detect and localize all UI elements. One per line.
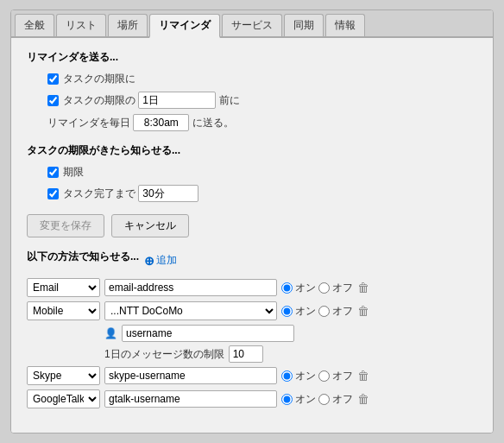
email-on-off-group: オン オフ 🗑 (281, 281, 371, 295)
reminder-deadline-checkbox-wrap[interactable]: タスクの期限に (47, 72, 135, 86)
skype-delete-button[interactable]: 🗑 (356, 369, 371, 383)
add-label: 追加 (156, 253, 177, 268)
email-notify-row: Email オン オフ 🗑 (27, 278, 477, 297)
skype-off-label: オフ (332, 369, 353, 383)
add-icon: ⊕ (144, 254, 154, 268)
overdue-deadline-row: 期限 (27, 165, 477, 180)
tab-all[interactable]: 全般 (15, 14, 54, 36)
reminder-days-row: タスクの期限の 前に (27, 92, 477, 109)
tab-place[interactable]: 場所 (108, 14, 148, 36)
googletalk-off-radio[interactable] (318, 394, 330, 405)
googletalk-on-label: オン (295, 392, 316, 407)
googletalk-input[interactable] (104, 390, 277, 408)
googletalk-on-radio[interactable] (281, 394, 293, 405)
email-on-label: オン (295, 281, 316, 295)
cancel-button[interactable]: キャンセル (111, 214, 189, 237)
skype-on-label: オン (295, 369, 316, 383)
mobile-off-label: オフ (332, 304, 353, 319)
tab-bar: 全般 リスト 場所 リマインダ サービス 同期 情報 (11, 10, 493, 38)
settings-window: 全般 リスト 場所 リマインダ サービス 同期 情報 リマインダを送る... タ… (10, 9, 494, 434)
overdue-minutes-checkbox[interactable] (47, 188, 59, 199)
googletalk-on-off-group: オン オフ 🗑 (281, 392, 371, 407)
reminder-days-prefix-label: タスクの期限の (63, 93, 135, 108)
skype-type-select[interactable]: Skype (27, 366, 100, 385)
skype-input[interactable] (104, 367, 277, 384)
email-off-label: オフ (332, 281, 353, 295)
mobile-limit-label: 1日のメッセージ数の制限 (104, 347, 224, 362)
reminder-days-input[interactable] (138, 92, 216, 109)
notify-methods-title: 以下の方法で知らせる... (27, 250, 139, 264)
tab-list[interactable]: リスト (56, 14, 106, 36)
mobile-on-off-group: オン オフ 🗑 (281, 304, 371, 319)
notify-overdue-section: タスクの期限がきたら知らせる... 期限 タスク完了まで (27, 143, 477, 202)
overdue-minutes-prefix-label: タスク完了まで (63, 187, 135, 201)
email-on-radio[interactable] (281, 282, 293, 294)
notify-methods-section: 以下の方法で知らせる... ⊕ 追加 Email オン オフ 🗑 (27, 250, 477, 408)
user-icon: 👤 (104, 327, 117, 339)
notify-overdue-title: タスクの期限がきたら知らせる... (27, 143, 477, 158)
save-button[interactable]: 変更を保存 (27, 214, 104, 237)
skype-on-off-group: オン オフ 🗑 (281, 369, 371, 383)
overdue-deadline-label: 期限 (63, 165, 84, 180)
googletalk-notify-row: GoogleTalk オン オフ 🗑 (27, 389, 477, 408)
overdue-minutes-checkbox-wrap[interactable]: タスク完了まで (47, 187, 135, 201)
email-delete-button[interactable]: 🗑 (356, 281, 371, 294)
reminder-time-input[interactable] (133, 114, 189, 131)
overdue-minutes-input[interactable] (138, 185, 198, 202)
reminder-days-suffix-label: 前に (219, 93, 240, 108)
tab-info[interactable]: 情報 (325, 14, 365, 36)
overdue-deadline-checkbox[interactable] (47, 167, 59, 178)
tab-reminder[interactable]: リマインダ (149, 14, 220, 38)
reminder-daily-prefix-label: リマインダを毎日 (47, 116, 130, 130)
overdue-minutes-row: タスク完了まで (27, 185, 477, 202)
main-content: リマインダを送る... タスクの期限に タスクの期限の 前に リマインダを毎日 (11, 38, 493, 433)
mobile-username-input[interactable] (122, 325, 294, 342)
mobile-limit-input[interactable] (229, 345, 263, 363)
skype-on-radio[interactable] (281, 370, 293, 382)
mobile-notify-block: Mobile ...NTT DoCoMo オン オフ 🗑 👤 (27, 301, 477, 363)
mobile-carrier-select[interactable]: ...NTT DoCoMo (104, 301, 277, 320)
tab-sync[interactable]: 同期 (284, 14, 324, 36)
reminder-deadline-checkbox[interactable] (47, 73, 59, 85)
email-type-select[interactable]: Email (27, 278, 100, 297)
reminder-deadline-row: タスクの期限に (27, 72, 477, 86)
reminder-time-row: リマインダを毎日 に送る。 (27, 114, 477, 131)
email-input[interactable] (104, 279, 277, 296)
googletalk-delete-button[interactable]: 🗑 (356, 392, 371, 406)
reminder-daily-suffix-label: に送る。 (192, 116, 234, 130)
mobile-type-select[interactable]: Mobile (27, 301, 100, 320)
reminder-deadline-label: タスクの期限に (63, 72, 135, 86)
mobile-username-row: 👤 (27, 325, 477, 342)
skype-notify-row: Skype オン オフ 🗑 (27, 366, 477, 385)
mobile-limit-row: 1日のメッセージ数の制限 (27, 345, 477, 363)
add-notify-link[interactable]: ⊕ 追加 (144, 253, 177, 268)
mobile-carrier-row: Mobile ...NTT DoCoMo オン オフ 🗑 (27, 301, 477, 320)
mobile-delete-button[interactable]: 🗑 (356, 304, 371, 318)
googletalk-off-label: オフ (332, 392, 353, 407)
button-row: 変更を保存 キャンセル (27, 214, 477, 237)
tab-service[interactable]: サービス (222, 14, 282, 36)
skype-off-radio[interactable] (318, 370, 330, 382)
mobile-on-label: オン (295, 304, 316, 319)
send-reminder-title: リマインダを送る... (27, 50, 477, 65)
reminder-days-checkbox-wrap[interactable]: タスクの期限の (47, 93, 135, 108)
notify-methods-header: 以下の方法で知らせる... ⊕ 追加 (27, 250, 477, 271)
overdue-deadline-checkbox-wrap[interactable]: 期限 (47, 165, 84, 180)
googletalk-type-select[interactable]: GoogleTalk (27, 389, 100, 408)
mobile-on-radio[interactable] (281, 306, 293, 317)
reminder-days-checkbox[interactable] (47, 95, 59, 106)
mobile-off-radio[interactable] (318, 306, 330, 317)
email-off-radio[interactable] (318, 282, 330, 294)
send-reminder-section: リマインダを送る... タスクの期限に タスクの期限の 前に リマインダを毎日 (27, 50, 477, 131)
